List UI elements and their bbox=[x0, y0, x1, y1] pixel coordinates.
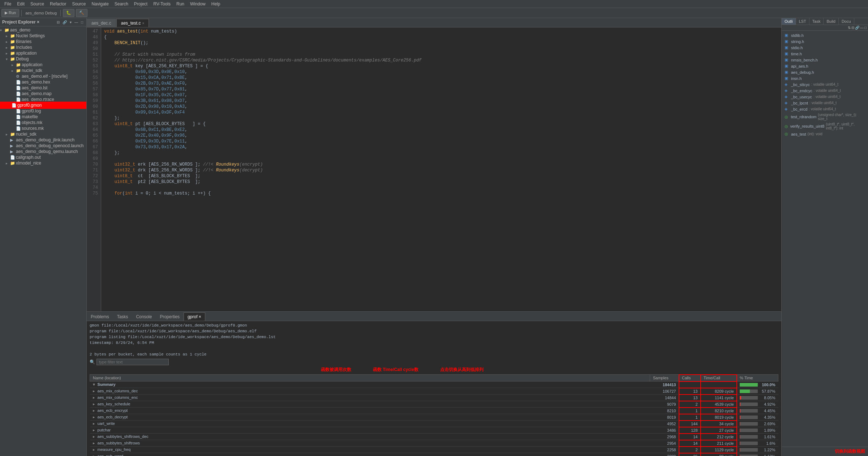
row-expand-icon[interactable]: ▾ bbox=[93, 382, 95, 387]
filter-button[interactable]: ▾ bbox=[69, 20, 73, 25]
tab-docu[interactable]: Docu bbox=[839, 18, 854, 25]
tree-item-aes_demo_debug_jlink[interactable]: ▶aes_demo_debug_jlink.launch bbox=[0, 137, 86, 143]
table-row[interactable]: ▸ putchar348612827 cycle1.89% bbox=[90, 427, 778, 434]
row-expand-icon[interactable]: ▸ bbox=[93, 395, 95, 400]
tree-item-sources_mk[interactable]: 📄sources.mk bbox=[0, 125, 86, 131]
tree-item-aes_demo_lst[interactable]: 📄aes_demo.lst bbox=[0, 85, 86, 91]
collapse-all-right-button[interactable]: ⊟ bbox=[851, 26, 854, 30]
right-panel-item[interactable]: ▣string.h bbox=[783, 38, 867, 44]
table-row[interactable]: ▸ aes_subbytes_shiftrows295414211 cycle1… bbox=[90, 440, 778, 447]
right-panel-item[interactable]: ▣aes_debug.h bbox=[783, 69, 867, 75]
tree-item-aes_demo_map[interactable]: 📄aes_demo.map bbox=[0, 91, 86, 97]
menu-rvtools[interactable]: RV-Tools bbox=[150, 0, 173, 8]
right-panel-item[interactable]: ◈_bc_usecyc: volatile uint64_t bbox=[783, 94, 867, 100]
menu-navigate[interactable]: Navigate bbox=[89, 0, 111, 8]
tab-task[interactable]: Task bbox=[809, 18, 824, 25]
close-aes-test-tab[interactable]: × bbox=[142, 21, 144, 25]
col-header-calls[interactable]: Calls bbox=[679, 375, 701, 382]
right-panel-item[interactable]: ◈_bc_sttcyc: volatile uint64_t bbox=[783, 81, 867, 88]
table-row[interactable]: ▸ aes_mix_columns_enc14844131141 cycle8.… bbox=[90, 395, 778, 401]
tree-item-gprof0_log[interactable]: 📄gprof0.log bbox=[0, 108, 86, 114]
col-header-name[interactable]: Name (location) bbox=[90, 375, 650, 382]
gprof-filter-input[interactable] bbox=[96, 359, 169, 365]
right-panel-item[interactable]: ◎verify_results_uint8(uint8_t*, uint8_t*… bbox=[783, 122, 867, 131]
table-row[interactable]: ▸ aes_ecb_encrypt821018210 cycle4.45% bbox=[90, 408, 778, 414]
right-panel-item[interactable]: ▣stdlib.h bbox=[783, 32, 867, 38]
tree-item-aes_demo_elf[interactable]: ⚙aes_demo.elf - [riscv/le] bbox=[0, 73, 86, 79]
right-panel-item[interactable]: ▣nmsis_bench.h bbox=[783, 57, 867, 63]
sort-button[interactable]: ⇅ bbox=[848, 26, 851, 30]
table-row[interactable]: ▸ uart_write495214434 cycle2.69% bbox=[90, 421, 778, 427]
tab-lst[interactable]: LST bbox=[796, 18, 809, 25]
tab-problems[interactable]: Problems bbox=[87, 312, 113, 321]
right-panel-item[interactable]: ◈_bc_endcyc: volatile uint64_t bbox=[783, 88, 867, 94]
right-panel-item[interactable]: ▣stdio.h bbox=[783, 44, 867, 51]
table-row[interactable]: ▾ Summary184413100.0% bbox=[90, 382, 778, 388]
tab-outli[interactable]: Outli bbox=[782, 18, 796, 25]
menu-edit[interactable]: Edit bbox=[14, 0, 27, 8]
tree-item-debug[interactable]: ▾📁Debug bbox=[0, 56, 86, 62]
menu-project[interactable]: Project bbox=[131, 0, 150, 8]
tab-tasks[interactable]: Tasks bbox=[113, 312, 132, 321]
debug-button[interactable]: 🐛 bbox=[63, 9, 74, 17]
row-expand-icon[interactable]: ▸ bbox=[93, 447, 95, 452]
tab-build[interactable]: Build bbox=[824, 18, 838, 25]
col-header-samples[interactable]: Samples bbox=[650, 375, 679, 382]
tab-console[interactable]: Console bbox=[132, 312, 156, 321]
table-row[interactable]: ▸ measure_cpu_freq225821129 cycle1.22% bbox=[90, 447, 778, 453]
maximize-right-button[interactable]: □ bbox=[864, 26, 867, 30]
table-row[interactable]: ▸ aes_subbytes_shiftrows_dec296814212 cy… bbox=[90, 434, 778, 440]
tree-item-gprof0_gmon[interactable]: 📄gprof0.gmon生成的.gmon文件双击打开 bbox=[0, 102, 86, 108]
tree-item-aes_demo[interactable]: ▾📁aes_demo bbox=[0, 27, 86, 33]
tree-item-objects_mk[interactable]: 📄objects.mk bbox=[0, 120, 86, 125]
row-expand-icon[interactable]: ▸ bbox=[93, 415, 95, 419]
menu-file[interactable]: File bbox=[1, 0, 14, 8]
menu-window[interactable]: Window bbox=[187, 0, 209, 8]
row-expand-icon[interactable]: ▸ bbox=[93, 389, 95, 393]
right-panel-item[interactable]: ◈_bc_lpcnt: volatile uint64_t bbox=[783, 100, 867, 106]
tree-item-aes_demo_debug_openocd[interactable]: ▶aes_demo_debug_openocd.launch bbox=[0, 143, 86, 149]
tab-aes-dec[interactable]: aes_dec.c bbox=[87, 19, 116, 27]
link-editor-right-button[interactable]: 🔗 bbox=[855, 26, 859, 30]
right-panel-item[interactable]: ▣insn.h bbox=[783, 75, 867, 81]
row-expand-icon[interactable]: ▸ bbox=[93, 434, 95, 439]
menu-search[interactable]: Search bbox=[112, 0, 131, 8]
row-expand-icon[interactable]: ▸ bbox=[93, 454, 95, 456]
build-button[interactable]: 🔨 bbox=[76, 9, 87, 17]
tree-item-aes_demo_hex[interactable]: 📄aes_demo.hex bbox=[0, 79, 86, 85]
right-panel-item[interactable]: ◎aes_test(int): void bbox=[783, 131, 867, 137]
right-panel-item[interactable]: ▣api_aes.h bbox=[783, 63, 867, 69]
tree-item-callgraph_out[interactable]: 📄callgraph.out bbox=[0, 154, 86, 160]
collapse-all-button[interactable]: ⊟ bbox=[56, 20, 61, 25]
tree-item-application[interactable]: ▸📁application bbox=[0, 50, 86, 56]
col-header-timecall[interactable]: Time/Call bbox=[701, 375, 737, 382]
tree-item-aes_demo_debug_qemu[interactable]: ▶aes_demo_debug_qemu.launch bbox=[0, 149, 86, 154]
tree-item-nuclei_settings[interactable]: ▸📁Nuclei Settings bbox=[0, 33, 86, 39]
row-expand-icon[interactable]: ▸ bbox=[93, 402, 95, 406]
tree-item-makefile[interactable]: 📄makefile bbox=[0, 114, 86, 120]
tree-item-xlmodel_nice[interactable]: ▸📁xlmodel_nice bbox=[0, 160, 86, 166]
run-button[interactable]: ▶ Run bbox=[1, 9, 19, 17]
col-header-pct[interactable]: % Time bbox=[737, 375, 778, 382]
right-panel-item[interactable]: ▣time.h bbox=[783, 51, 867, 57]
menu-run[interactable]: Run bbox=[173, 0, 187, 8]
tab-properties[interactable]: Properties bbox=[156, 312, 184, 321]
table-row[interactable]: ▸ aes_sub_word20802680 cycle1.13% bbox=[90, 453, 778, 456]
tree-item-binaries[interactable]: ▸📁Binaries bbox=[0, 39, 86, 44]
tree-item-nuclei_sdk2[interactable]: ▸📁nuclei_sdk bbox=[0, 131, 86, 137]
row-expand-icon[interactable]: ▸ bbox=[93, 421, 95, 426]
tree-item-includes[interactable]: ▸📁Includes bbox=[0, 44, 86, 50]
tab-aes-test[interactable]: aes_test.c × bbox=[116, 19, 149, 27]
link-with-editor-button[interactable]: 🔗 bbox=[61, 20, 68, 25]
tree-item-aes_demo_rtrace[interactable]: 📄aes_demo.rtrace bbox=[0, 97, 86, 102]
right-panel-item[interactable]: ◈_bc_ercd: volatile uint64_t bbox=[783, 106, 867, 112]
right-panel-item[interactable]: ◎test_rdrandom(unsigned char*, size_t): … bbox=[783, 112, 867, 122]
code-editor[interactable]: 4748495051525354555657585960616263646566… bbox=[87, 27, 781, 311]
menu-help[interactable]: Help bbox=[209, 0, 223, 8]
minimize-right-button[interactable]: — bbox=[860, 26, 864, 30]
menu-source[interactable]: Source bbox=[27, 0, 47, 8]
row-expand-icon[interactable]: ▸ bbox=[93, 428, 95, 432]
menu-source2[interactable]: Source bbox=[69, 0, 89, 8]
tree-item-nuclei_sdk[interactable]: ▸📁nuclei_sdk bbox=[0, 68, 86, 73]
tree-item-application2[interactable]: ▸📁application bbox=[0, 62, 86, 68]
